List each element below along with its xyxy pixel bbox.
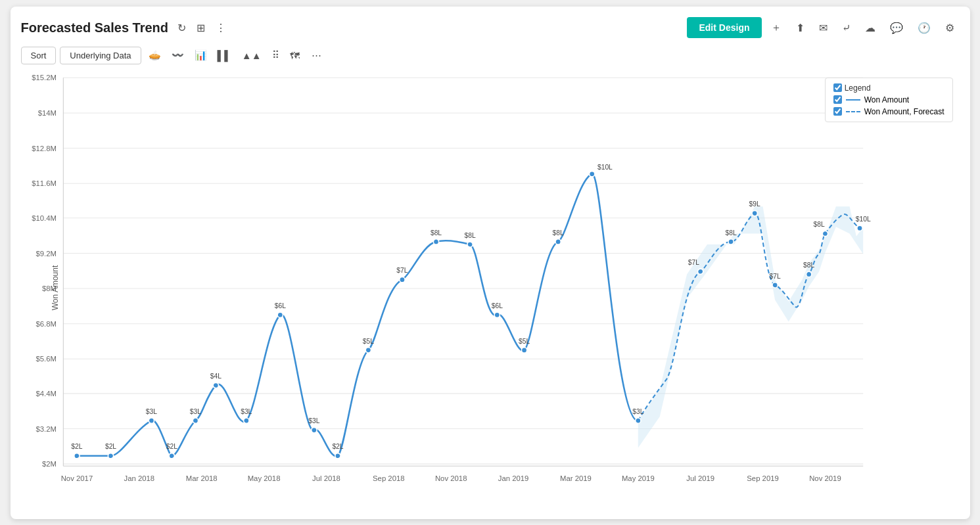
svg-text:$2M: $2M [41, 460, 56, 468]
upload-icon[interactable]: ⬆ [791, 18, 810, 38]
edit-design-button[interactable]: Edit Design [687, 17, 761, 38]
legend-box: Legend Won Amount Won Amount, Forecast [825, 78, 953, 122]
chart-more-button[interactable]: ⋯ [307, 47, 326, 64]
add-icon[interactable]: ＋ [766, 17, 787, 39]
dot-sep2019a [772, 282, 778, 287]
svg-text:$5L: $5L [518, 337, 529, 344]
svg-text:$3L: $3L [308, 417, 319, 424]
solid-line [76, 173, 638, 456]
svg-text:Jan 2019: Jan 2019 [498, 474, 528, 482]
dot-may2019 [635, 418, 640, 423]
svg-text:$14M: $14M [37, 109, 56, 117]
svg-text:$7L: $7L [769, 272, 780, 279]
legend-title: Legend [833, 83, 945, 93]
svg-text:Jul 2018: Jul 2018 [312, 474, 340, 482]
svg-text:May 2018: May 2018 [247, 474, 280, 482]
map-icon[interactable]: 🗺 [287, 47, 303, 64]
svg-text:$3L: $3L [632, 407, 643, 415]
svg-text:$3.2M: $3.2M [35, 424, 56, 432]
svg-text:Nov 2019: Nov 2019 [809, 474, 841, 482]
y-axis-label: Won Amount [51, 265, 60, 309]
won-amount-checkbox[interactable] [833, 95, 842, 104]
svg-text:$9.2M: $9.2M [35, 249, 56, 257]
schedule-icon[interactable]: 🕐 [912, 18, 936, 38]
bar-chart-icon[interactable]: 📊 [191, 47, 210, 64]
forecast-label: Won Amount, Forecast [864, 107, 945, 116]
area-chart-icon[interactable]: ▲▲ [239, 47, 265, 64]
chart-svg: $15.2M $14M $12.8M $11.6M $10.4M $9.2M $… [21, 71, 960, 505]
svg-text:Jan 2018: Jan 2018 [124, 474, 154, 482]
dot-nov2017 [74, 453, 79, 458]
dot-jul2019b [728, 239, 733, 244]
svg-text:Mar 2018: Mar 2018 [185, 474, 217, 482]
svg-text:$5.6M: $5.6M [35, 355, 56, 363]
dot-mar2019b [589, 171, 594, 176]
dot-jan2019a [494, 312, 500, 317]
toolbar: Sort Underlying Data 🥧 〰️ 📊 ▌▌ ▲▲ ⠿ 🗺 ⋯ [21, 47, 960, 64]
dot-sep2018b [399, 277, 404, 282]
svg-text:Nov 2017: Nov 2017 [60, 474, 93, 482]
svg-text:$4.4M: $4.4M [35, 390, 56, 398]
svg-text:$15.2M: $15.2M [32, 74, 57, 81]
pie-chart-icon[interactable]: 🥧 [145, 47, 164, 64]
sort-button[interactable]: Sort [21, 47, 57, 64]
svg-text:$10L: $10L [597, 163, 612, 170]
svg-text:$3L: $3L [241, 407, 252, 415]
legend-checkbox[interactable] [833, 83, 842, 92]
dot-mar2018b [193, 418, 198, 423]
dot-jan2019b [521, 347, 526, 352]
share-icon[interactable]: ⤶ [837, 18, 856, 38]
header: Forecasted Sales Trend ↻ ⊞ ⋮ Edit Design… [21, 17, 960, 39]
svg-text:$7L: $7L [688, 258, 699, 265]
dot-sep2018a [365, 347, 371, 352]
dot-nov2018a [433, 239, 438, 244]
email-icon[interactable]: ✉ [814, 18, 833, 38]
scatter-chart-icon[interactable]: ⠿ [269, 47, 283, 64]
svg-text:$3L: $3L [145, 407, 156, 415]
dot-jul2018b [335, 453, 340, 458]
dot-may2018b [277, 312, 283, 317]
dot-mar2018a [169, 453, 174, 458]
svg-text:$8L: $8L [803, 262, 814, 269]
svg-text:$2L: $2L [332, 443, 343, 450]
legend-item-forecast: Won Amount, Forecast [833, 107, 945, 116]
svg-text:$2L: $2L [166, 443, 177, 450]
svg-text:$8L: $8L [430, 229, 441, 236]
svg-text:$8L: $8L [725, 229, 736, 236]
more-options-icon[interactable]: ⋮ [213, 20, 229, 35]
svg-text:$6L: $6L [491, 302, 502, 309]
svg-text:$3L: $3L [189, 407, 200, 415]
dot-may2018a [243, 418, 248, 423]
dot-nov2018b [467, 241, 472, 246]
svg-text:Sep 2019: Sep 2019 [747, 474, 779, 482]
line-chart-icon[interactable]: 〰️ [168, 47, 187, 64]
forecast-band [638, 206, 862, 447]
dot-mar2019a [555, 239, 561, 244]
chart-container: Won Amount Legend Won Amount Won Amount,… [21, 71, 960, 505]
svg-text:$6L: $6L [274, 302, 285, 309]
won-amount-label: Won Amount [864, 95, 909, 104]
column-chart-icon[interactable]: ▌▌ [214, 47, 235, 64]
header-left: Forecasted Sales Trend ↻ ⊞ ⋮ [21, 20, 229, 35]
cloud-icon[interactable]: ☁ [860, 18, 881, 38]
underlying-data-button[interactable]: Underlying Data [60, 47, 141, 64]
dashboard-card: Forecasted Sales Trend ↻ ⊞ ⋮ Edit Design… [11, 7, 970, 519]
dot-jul2018a [311, 427, 316, 432]
svg-text:$12.8M: $12.8M [32, 144, 57, 152]
svg-text:$4L: $4L [210, 373, 221, 380]
dot-jan2018a [108, 453, 113, 458]
forecast-checkbox[interactable] [833, 107, 842, 116]
dot-jan2018b [149, 418, 154, 423]
comment-icon[interactable]: 💬 [885, 18, 908, 38]
settings-icon[interactable]: ⚙ [940, 18, 960, 38]
refresh-icon[interactable]: ↻ [175, 20, 189, 35]
svg-text:Mar 2019: Mar 2019 [560, 474, 592, 482]
right-icons: Edit Design ＋ ⬆ ✉ ⤶ ☁ 💬 🕐 ⚙ [687, 17, 959, 39]
dot-mar2018c [213, 382, 218, 388]
svg-text:$5L: $5L [362, 337, 373, 344]
svg-text:$11.6M: $11.6M [32, 179, 57, 187]
svg-text:$2L: $2L [105, 443, 116, 450]
svg-text:$9L: $9L [749, 200, 760, 208]
svg-text:Nov 2018: Nov 2018 [434, 474, 467, 482]
grid-icon[interactable]: ⊞ [194, 20, 208, 35]
